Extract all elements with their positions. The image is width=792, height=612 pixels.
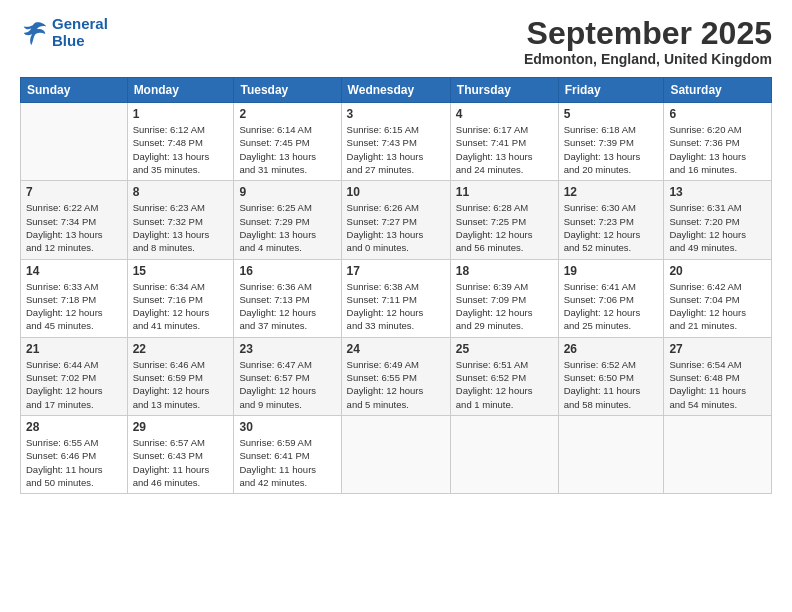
calendar-cell: 21Sunrise: 6:44 AM Sunset: 7:02 PM Dayli… [21,337,128,415]
day-number: 23 [239,342,335,356]
day-info: Sunrise: 6:30 AM Sunset: 7:23 PM Dayligh… [564,201,659,254]
day-info: Sunrise: 6:36 AM Sunset: 7:13 PM Dayligh… [239,280,335,333]
day-info: Sunrise: 6:42 AM Sunset: 7:04 PM Dayligh… [669,280,766,333]
day-info: Sunrise: 6:44 AM Sunset: 7:02 PM Dayligh… [26,358,122,411]
weekday-header: Friday [558,78,664,103]
calendar-cell: 7Sunrise: 6:22 AM Sunset: 7:34 PM Daylig… [21,181,128,259]
day-info: Sunrise: 6:12 AM Sunset: 7:48 PM Dayligh… [133,123,229,176]
day-number: 3 [347,107,445,121]
day-info: Sunrise: 6:46 AM Sunset: 6:59 PM Dayligh… [133,358,229,411]
calendar-cell: 20Sunrise: 6:42 AM Sunset: 7:04 PM Dayli… [664,259,772,337]
calendar-cell: 12Sunrise: 6:30 AM Sunset: 7:23 PM Dayli… [558,181,664,259]
day-info: Sunrise: 6:33 AM Sunset: 7:18 PM Dayligh… [26,280,122,333]
calendar-cell: 4Sunrise: 6:17 AM Sunset: 7:41 PM Daylig… [450,103,558,181]
day-number: 25 [456,342,553,356]
day-number: 6 [669,107,766,121]
day-number: 8 [133,185,229,199]
day-number: 30 [239,420,335,434]
month-title: September 2025 [524,16,772,51]
logo: General Blue [20,16,108,49]
calendar-cell: 16Sunrise: 6:36 AM Sunset: 7:13 PM Dayli… [234,259,341,337]
day-number: 24 [347,342,445,356]
logo-text: General Blue [52,16,108,49]
calendar-cell: 1Sunrise: 6:12 AM Sunset: 7:48 PM Daylig… [127,103,234,181]
day-number: 7 [26,185,122,199]
day-info: Sunrise: 6:31 AM Sunset: 7:20 PM Dayligh… [669,201,766,254]
day-number: 5 [564,107,659,121]
day-number: 1 [133,107,229,121]
day-info: Sunrise: 6:57 AM Sunset: 6:43 PM Dayligh… [133,436,229,489]
calendar-cell: 13Sunrise: 6:31 AM Sunset: 7:20 PM Dayli… [664,181,772,259]
day-number: 20 [669,264,766,278]
calendar-cell: 29Sunrise: 6:57 AM Sunset: 6:43 PM Dayli… [127,415,234,493]
calendar-cell: 11Sunrise: 6:28 AM Sunset: 7:25 PM Dayli… [450,181,558,259]
day-number: 17 [347,264,445,278]
weekday-header-row: SundayMondayTuesdayWednesdayThursdayFrid… [21,78,772,103]
day-info: Sunrise: 6:14 AM Sunset: 7:45 PM Dayligh… [239,123,335,176]
day-info: Sunrise: 6:54 AM Sunset: 6:48 PM Dayligh… [669,358,766,411]
day-info: Sunrise: 6:18 AM Sunset: 7:39 PM Dayligh… [564,123,659,176]
calendar-cell: 9Sunrise: 6:25 AM Sunset: 7:29 PM Daylig… [234,181,341,259]
day-number: 27 [669,342,766,356]
calendar-cell [21,103,128,181]
calendar-cell: 27Sunrise: 6:54 AM Sunset: 6:48 PM Dayli… [664,337,772,415]
weekday-header: Monday [127,78,234,103]
day-info: Sunrise: 6:51 AM Sunset: 6:52 PM Dayligh… [456,358,553,411]
day-info: Sunrise: 6:34 AM Sunset: 7:16 PM Dayligh… [133,280,229,333]
day-info: Sunrise: 6:17 AM Sunset: 7:41 PM Dayligh… [456,123,553,176]
day-info: Sunrise: 6:22 AM Sunset: 7:34 PM Dayligh… [26,201,122,254]
day-number: 13 [669,185,766,199]
day-number: 11 [456,185,553,199]
page-header: General Blue September 2025 Edmonton, En… [20,16,772,67]
day-number: 4 [456,107,553,121]
day-info: Sunrise: 6:59 AM Sunset: 6:41 PM Dayligh… [239,436,335,489]
calendar-cell: 6Sunrise: 6:20 AM Sunset: 7:36 PM Daylig… [664,103,772,181]
calendar-cell [558,415,664,493]
calendar-cell: 2Sunrise: 6:14 AM Sunset: 7:45 PM Daylig… [234,103,341,181]
weekday-header: Wednesday [341,78,450,103]
calendar-week-row: 14Sunrise: 6:33 AM Sunset: 7:18 PM Dayli… [21,259,772,337]
calendar-cell: 15Sunrise: 6:34 AM Sunset: 7:16 PM Dayli… [127,259,234,337]
calendar-cell [341,415,450,493]
day-number: 26 [564,342,659,356]
day-info: Sunrise: 6:28 AM Sunset: 7:25 PM Dayligh… [456,201,553,254]
calendar-cell: 8Sunrise: 6:23 AM Sunset: 7:32 PM Daylig… [127,181,234,259]
calendar-week-row: 21Sunrise: 6:44 AM Sunset: 7:02 PM Dayli… [21,337,772,415]
weekday-header: Sunday [21,78,128,103]
day-number: 29 [133,420,229,434]
day-number: 28 [26,420,122,434]
day-number: 10 [347,185,445,199]
calendar-cell: 5Sunrise: 6:18 AM Sunset: 7:39 PM Daylig… [558,103,664,181]
title-block: September 2025 Edmonton, England, United… [524,16,772,67]
day-number: 9 [239,185,335,199]
weekday-header: Tuesday [234,78,341,103]
calendar-cell [450,415,558,493]
day-number: 18 [456,264,553,278]
location: Edmonton, England, United Kingdom [524,51,772,67]
calendar-cell: 22Sunrise: 6:46 AM Sunset: 6:59 PM Dayli… [127,337,234,415]
day-info: Sunrise: 6:39 AM Sunset: 7:09 PM Dayligh… [456,280,553,333]
day-info: Sunrise: 6:55 AM Sunset: 6:46 PM Dayligh… [26,436,122,489]
day-info: Sunrise: 6:49 AM Sunset: 6:55 PM Dayligh… [347,358,445,411]
calendar-cell [664,415,772,493]
weekday-header: Saturday [664,78,772,103]
day-info: Sunrise: 6:25 AM Sunset: 7:29 PM Dayligh… [239,201,335,254]
calendar-cell: 18Sunrise: 6:39 AM Sunset: 7:09 PM Dayli… [450,259,558,337]
calendar-cell: 24Sunrise: 6:49 AM Sunset: 6:55 PM Dayli… [341,337,450,415]
calendar-cell: 3Sunrise: 6:15 AM Sunset: 7:43 PM Daylig… [341,103,450,181]
day-number: 12 [564,185,659,199]
day-info: Sunrise: 6:38 AM Sunset: 7:11 PM Dayligh… [347,280,445,333]
day-info: Sunrise: 6:52 AM Sunset: 6:50 PM Dayligh… [564,358,659,411]
calendar-cell: 28Sunrise: 6:55 AM Sunset: 6:46 PM Dayli… [21,415,128,493]
calendar-cell: 23Sunrise: 6:47 AM Sunset: 6:57 PM Dayli… [234,337,341,415]
calendar-cell: 25Sunrise: 6:51 AM Sunset: 6:52 PM Dayli… [450,337,558,415]
calendar-cell: 10Sunrise: 6:26 AM Sunset: 7:27 PM Dayli… [341,181,450,259]
calendar-week-row: 7Sunrise: 6:22 AM Sunset: 7:34 PM Daylig… [21,181,772,259]
day-info: Sunrise: 6:15 AM Sunset: 7:43 PM Dayligh… [347,123,445,176]
day-number: 15 [133,264,229,278]
calendar-week-row: 28Sunrise: 6:55 AM Sunset: 6:46 PM Dayli… [21,415,772,493]
day-info: Sunrise: 6:41 AM Sunset: 7:06 PM Dayligh… [564,280,659,333]
day-info: Sunrise: 6:47 AM Sunset: 6:57 PM Dayligh… [239,358,335,411]
day-info: Sunrise: 6:23 AM Sunset: 7:32 PM Dayligh… [133,201,229,254]
day-info: Sunrise: 6:20 AM Sunset: 7:36 PM Dayligh… [669,123,766,176]
